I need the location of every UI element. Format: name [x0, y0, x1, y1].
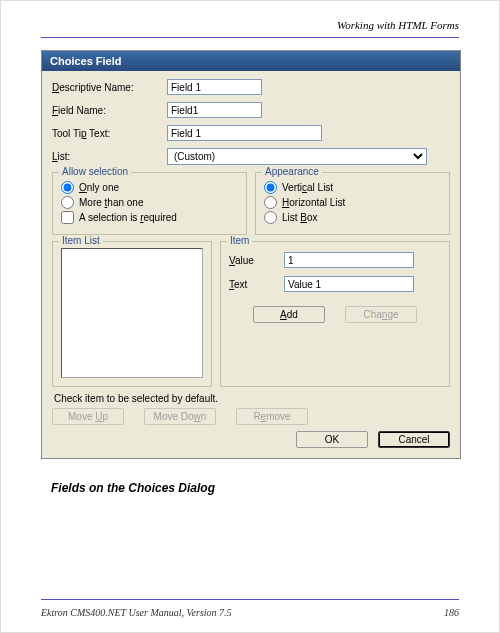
item-text-label: Text — [229, 279, 284, 290]
item-text-input[interactable] — [284, 276, 414, 292]
appearance-group: Appearance Vertical List Horizontal List… — [255, 172, 450, 235]
remove-button[interactable]: Remove — [236, 408, 308, 425]
change-button[interactable]: Change — [345, 306, 417, 323]
footer-page-number: 186 — [444, 607, 459, 618]
label-descriptive-name: Descriptive Name: — [52, 82, 167, 93]
horizontal-list-label: Horizontal List — [282, 197, 345, 208]
descriptive-name-input[interactable] — [167, 79, 262, 95]
field-name-input[interactable] — [167, 102, 262, 118]
appearance-legend: Appearance — [262, 166, 322, 177]
horizontal-list-radio[interactable] — [264, 196, 277, 209]
item-list-legend: Item List — [59, 235, 103, 246]
item-listbox[interactable] — [61, 248, 203, 378]
list-box-label: List Box — [282, 212, 318, 223]
cancel-button[interactable]: Cancel — [378, 431, 450, 448]
choices-field-dialog: Choices Field Descriptive Name: Field Na… — [41, 50, 461, 459]
label-tooltip-text: Tool Tip Text: — [52, 128, 167, 139]
selection-required-checkbox[interactable] — [61, 211, 74, 224]
footer-rule — [41, 599, 459, 600]
ok-button[interactable]: OK — [296, 431, 368, 448]
more-than-one-label: More than one — [79, 197, 144, 208]
item-value-label: Value — [229, 255, 284, 266]
add-button[interactable]: Add — [253, 306, 325, 323]
move-down-button[interactable]: Move Down — [144, 408, 216, 425]
more-than-one-radio[interactable] — [61, 196, 74, 209]
item-legend: Item — [227, 235, 252, 246]
dialog-titlebar: Choices Field — [42, 51, 460, 71]
item-list-group: Item List — [52, 241, 212, 387]
item-group: Item Value Text Add Change — [220, 241, 450, 387]
figure-caption: Fields on the Choices Dialog — [51, 481, 499, 495]
item-value-input[interactable] — [284, 252, 414, 268]
tooltip-text-input[interactable] — [167, 125, 322, 141]
footer-manual: Ektron CMS400.NET User Manual, Version 7… — [41, 607, 232, 618]
allow-selection-legend: Allow selection — [59, 166, 131, 177]
selection-required-label: A selection is required — [79, 212, 177, 223]
list-box-radio[interactable] — [264, 211, 277, 224]
page-header: Working with HTML Forms — [1, 1, 499, 35]
only-one-label: Only one — [79, 182, 119, 193]
header-rule — [41, 37, 459, 38]
list-select[interactable]: (Custom) — [167, 148, 427, 165]
default-hint: Check item to be selected by default. — [54, 393, 450, 404]
move-up-button[interactable]: Move Up — [52, 408, 124, 425]
label-field-name: Field Name: — [52, 105, 167, 116]
label-list: List: — [52, 151, 167, 162]
vertical-list-radio[interactable] — [264, 181, 277, 194]
vertical-list-label: Vertical List — [282, 182, 333, 193]
only-one-radio[interactable] — [61, 181, 74, 194]
allow-selection-group: Allow selection Only one More than one A… — [52, 172, 247, 235]
